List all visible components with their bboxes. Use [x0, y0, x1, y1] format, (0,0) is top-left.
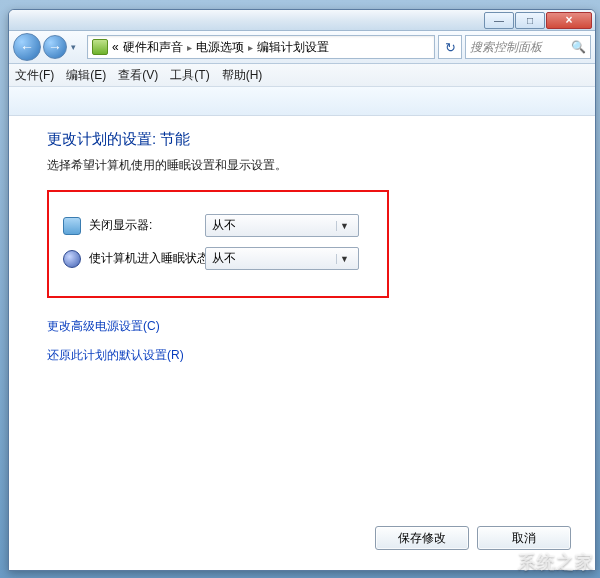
menu-bar: 文件(F) 编辑(E) 查看(V) 工具(T) 帮助(H) [9, 64, 595, 87]
menu-tools[interactable]: 工具(T) [170, 67, 209, 84]
maximize-icon: □ [527, 15, 533, 26]
turn-off-display-value: 从不 [212, 217, 336, 234]
sleep-label: 使计算机进入睡眠状态: [89, 250, 219, 267]
footer-buttons: 保存修改 取消 [47, 526, 571, 556]
address-bar[interactable]: « 硬件和声音 ▸ 电源选项 ▸ 编辑计划设置 [87, 35, 435, 59]
breadcrumb-prefix: « [112, 40, 119, 54]
back-arrow-icon: ← [20, 39, 34, 55]
sleep-row: 使计算机进入睡眠状态: 从不 ▼ [63, 247, 373, 270]
forward-arrow-icon: → [48, 39, 62, 55]
menu-file[interactable]: 文件(F) [15, 67, 54, 84]
maximize-button[interactable]: □ [515, 12, 545, 29]
control-panel-icon [92, 39, 108, 55]
cancel-button[interactable]: 取消 [477, 526, 571, 550]
window-titlebar: — □ × [9, 10, 595, 31]
breadcrumb-1[interactable]: 硬件和声音 [123, 39, 183, 56]
page-heading: 更改计划的设置: 节能 [47, 130, 571, 149]
breadcrumb-3[interactable]: 编辑计划设置 [257, 39, 329, 56]
page-subtext: 选择希望计算机使用的睡眠设置和显示设置。 [47, 157, 571, 174]
toolbar-strip [9, 87, 595, 116]
monitor-icon [63, 217, 81, 235]
menu-edit[interactable]: 编辑(E) [66, 67, 106, 84]
sleep-icon [63, 250, 81, 268]
breadcrumb-sep-icon: ▸ [248, 42, 253, 53]
history-dropdown[interactable]: ▾ [71, 42, 83, 52]
close-button[interactable]: × [546, 12, 592, 29]
minimize-icon: — [494, 15, 504, 26]
minimize-button[interactable]: — [484, 12, 514, 29]
highlighted-settings-box: 关闭显示器: 从不 ▼ 使计算机进入睡眠状态: 从不 ▼ [47, 190, 389, 298]
advanced-settings-link[interactable]: 更改高级电源设置(C) [47, 318, 571, 335]
search-placeholder: 搜索控制面板 [470, 39, 542, 56]
watermark: 系统之家 [518, 550, 594, 574]
turn-off-display-label: 关闭显示器: [89, 217, 205, 234]
chevron-down-icon: ▼ [336, 254, 352, 264]
sleep-select[interactable]: 从不 ▼ [205, 247, 359, 270]
breadcrumb-2[interactable]: 电源选项 [196, 39, 244, 56]
turn-off-display-select[interactable]: 从不 ▼ [205, 214, 359, 237]
search-icon: 🔍 [571, 40, 586, 54]
content-area: 更改计划的设置: 节能 选择希望计算机使用的睡眠设置和显示设置。 关闭显示器: … [9, 116, 595, 570]
breadcrumb-sep-icon: ▸ [187, 42, 192, 53]
control-panel-window: — □ × ← → ▾ « 硬件和声音 ▸ 电源选项 ▸ 编辑计划设置 ↻ 搜索… [8, 9, 596, 571]
back-button[interactable]: ← [13, 33, 41, 61]
navigation-row: ← → ▾ « 硬件和声音 ▸ 电源选项 ▸ 编辑计划设置 ↻ 搜索控制面板 🔍 [9, 31, 595, 64]
refresh-button[interactable]: ↻ [438, 35, 462, 59]
refresh-icon: ↻ [445, 40, 456, 55]
save-button[interactable]: 保存修改 [375, 526, 469, 550]
menu-view[interactable]: 查看(V) [118, 67, 158, 84]
search-input[interactable]: 搜索控制面板 🔍 [465, 35, 591, 59]
forward-button[interactable]: → [43, 35, 67, 59]
turn-off-display-row: 关闭显示器: 从不 ▼ [63, 214, 373, 237]
sleep-value: 从不 [212, 250, 336, 267]
restore-defaults-link[interactable]: 还原此计划的默认设置(R) [47, 347, 571, 364]
menu-help[interactable]: 帮助(H) [222, 67, 263, 84]
close-icon: × [565, 13, 572, 27]
chevron-down-icon: ▼ [336, 221, 352, 231]
